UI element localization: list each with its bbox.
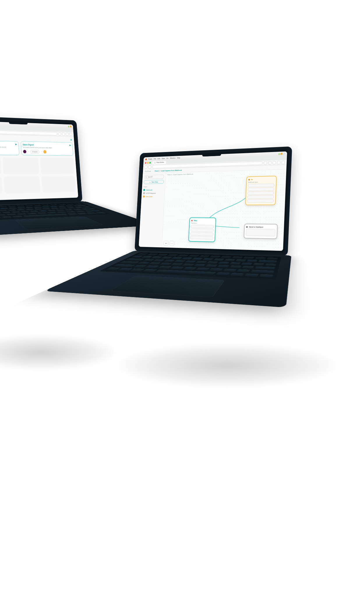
node-field[interactable] — [248, 195, 274, 199]
node-field[interactable] — [190, 232, 213, 236]
sidebar-search[interactable]: Search — [144, 174, 164, 179]
node-output[interactable]: ▣Send to HubSpot — [244, 224, 278, 239]
nav-forward-icon[interactable] — [148, 165, 151, 169]
flow-card-row: Email → CRM ▶ Automatically capture inbo… — [0, 140, 73, 156]
menu-item[interactable]: Edit — [158, 158, 160, 160]
toolbar-icon[interactable] — [69, 133, 72, 135]
product-render-stage: 🍎 🔋 📶 ⬡ Flow Gallery — [0, 0, 364, 607]
card-step-row: → Schedule→ — [23, 150, 71, 153]
menu-item[interactable]: Window — [170, 157, 176, 159]
laptop-left-base — [0, 201, 156, 237]
card-description: Summarize channel activity and post a da… — [23, 147, 71, 149]
canvas-more-button[interactable]: ⋯ — [169, 241, 174, 246]
card-step-row: → Transform→ — [0, 149, 17, 153]
canvas-breadcrumb: Flow 1 › Lead Capture from Webhook — [167, 173, 193, 176]
flow-card[interactable]: Slack Digest ▶ Summarize channel activit… — [21, 141, 73, 156]
breadcrumb-item[interactable]: My Flows — [145, 170, 151, 172]
node-field[interactable] — [248, 183, 274, 187]
notify-icon — [43, 150, 46, 153]
menu-item[interactable]: Help — [177, 157, 180, 159]
toolbar-icon[interactable] — [58, 132, 61, 135]
toolbar-icon[interactable] — [282, 160, 285, 164]
node-field[interactable] — [191, 229, 214, 232]
toolbar-icon[interactable] — [273, 161, 276, 165]
placeholder-card — [4, 176, 40, 194]
menubar-status-icons: 🔋 📶 — [68, 125, 72, 127]
menubar-status-icons: 🔋 📶 🕑 — [278, 153, 285, 155]
http-icon — [143, 192, 145, 194]
node-field[interactable] — [248, 191, 274, 195]
node-subtitle: Webhook input — [248, 181, 275, 183]
play-icon[interactable]: ▶ — [69, 144, 71, 147]
toolbar-icon[interactable] — [264, 161, 267, 165]
transform-icon: ▣ — [191, 219, 193, 221]
placeholder-card — [40, 158, 75, 174]
new-step-button[interactable]: ＋ New Step — [144, 180, 164, 184]
menu-item[interactable]: File — [154, 158, 156, 160]
laptop-right-display: 🍎 Stage File Edit View Go Window Help 🔋 … — [139, 151, 287, 251]
menu-item[interactable]: Stage — [148, 158, 152, 160]
placeholder-card — [0, 177, 3, 195]
page-title: Flows ⟳ — [0, 136, 72, 141]
sidebar-item-webhook[interactable]: Webhook — [143, 189, 163, 191]
editor-sidebar: Search ＋ New Step Steps Webhook HTTP Req… — [139, 173, 166, 248]
webhook-icon — [143, 189, 145, 191]
window-controls[interactable] — [145, 162, 151, 164]
node-field[interactable] — [248, 187, 274, 191]
node-field[interactable] — [190, 236, 213, 239]
brand-footer: ◐ Algoraflow — [140, 248, 151, 251]
svg-point-0 — [146, 176, 146, 177]
flow-card[interactable]: Email → CRM ▶ Automatically capture inbo… — [0, 140, 19, 155]
placeholder-card — [41, 176, 76, 193]
card-description: Automatically capture inbound emails and… — [0, 146, 17, 148]
node-field[interactable] — [191, 225, 214, 228]
toolbar-icon[interactable] — [268, 161, 272, 165]
flow-edges — [162, 170, 286, 251]
menu-item[interactable]: View — [162, 158, 165, 159]
search-icon — [145, 176, 147, 178]
tab-favicon: ⬡ — [154, 162, 156, 164]
keyboard — [99, 252, 281, 280]
camera-notch — [9, 121, 28, 125]
play-icon[interactable]: ▶ — [15, 143, 17, 146]
laptop-left-display: 🍎 🔋 📶 ⬡ Flow Gallery — [0, 120, 78, 201]
node-field[interactable] — [246, 229, 275, 236]
breadcrumb-current: Flow 1 – Lead Capture from Webhook — [155, 169, 182, 172]
bolt-icon: ▣ — [248, 179, 250, 181]
app-flow-editor: 🍎 Stage File Edit View Go Window Help 🔋 … — [139, 151, 287, 251]
chevron-right-icon: › — [153, 170, 153, 172]
toolbar-icon[interactable] — [277, 161, 280, 164]
send-icon: ▣ — [246, 226, 248, 228]
sidebar-item-viewdata[interactable]: View Data — [143, 195, 163, 197]
laptop-right: 🍎 Stage File Edit View Go Window Help 🔋 … — [129, 146, 296, 364]
browser-tab[interactable]: ⬡ Flow Editor — [152, 161, 166, 164]
apple-icon: 🍎 — [145, 158, 147, 160]
menu-item[interactable]: Go — [166, 157, 168, 159]
canvas-toolbar: + ⋯ — [164, 241, 174, 246]
canvas-add-button[interactable]: + — [164, 241, 169, 246]
sidebar-item-http[interactable]: HTTP Request — [143, 192, 163, 194]
sidebar-section-label: Steps — [144, 186, 164, 188]
data-icon — [143, 195, 145, 197]
svg-line-1 — [146, 177, 147, 178]
plus-icon: ＋ — [149, 181, 151, 183]
node-transform[interactable]: ▣Map Transform — [188, 217, 216, 242]
slack-icon — [23, 150, 26, 153]
brand-logo-icon: ◐ — [140, 248, 142, 251]
toolbar-icon[interactable] — [66, 133, 68, 136]
trackpad — [110, 276, 225, 298]
node-subtitle: Transform — [191, 222, 214, 224]
brand-name: Algoraflow — [143, 249, 151, 251]
tab-title: Flow Editor — [156, 161, 164, 163]
floor-shadow-left — [0, 335, 116, 370]
laptop-left-screen-assembly: 🍎 🔋 📶 ⬡ Flow Gallery — [0, 115, 82, 206]
nav-back-icon[interactable] — [144, 165, 147, 169]
refresh-icon[interactable]: ⟳ — [70, 139, 72, 141]
placeholder-grid — [0, 157, 76, 195]
flow-canvas[interactable]: Flow 1 › Lead Capture from Webhook ▣In W… — [162, 170, 286, 251]
toolbar-icon[interactable] — [62, 133, 65, 136]
placeholder-card — [0, 157, 1, 174]
node-field[interactable] — [247, 199, 274, 203]
node-input[interactable]: ▣In Webhook input — [245, 176, 277, 205]
laptop-right-screen-assembly: 🍎 Stage File Edit View Go Window Help 🔋 … — [135, 147, 292, 256]
